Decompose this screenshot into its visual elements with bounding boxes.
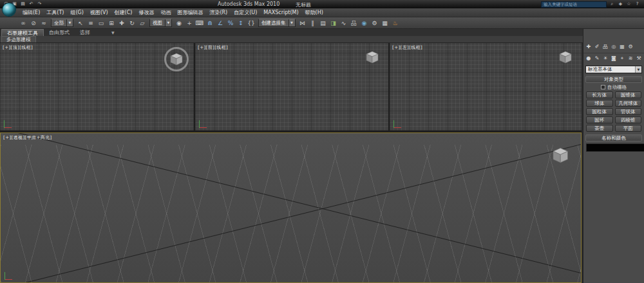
tab-graphite-modeling-tools[interactable]: 石墨建模工具 [1, 29, 44, 36]
cameras-category-icon[interactable]: ◙ [610, 55, 618, 62]
select-and-scale-icon[interactable]: ▱ [137, 18, 147, 28]
geometry-category-icon[interactable]: ● [585, 55, 592, 62]
subcategory-dropdown[interactable]: 标准基本体 ▼ [585, 66, 642, 73]
select-by-name-icon[interactable]: ≡ [86, 18, 96, 28]
application-window: ▢▣▤↶↷ Autodesk 3ds Max 2010 无标题 ⌕◈☆? 编辑(… [0, 0, 644, 283]
menu-item[interactable]: 动画 [157, 8, 174, 17]
undo-icon[interactable]: ↶ [28, 1, 35, 8]
menu-item[interactable]: MAXScript(M) [260, 8, 301, 17]
menu-item[interactable]: 图形编辑器 [174, 8, 206, 17]
curve-editor-icon[interactable]: ∿ [339, 18, 349, 28]
menu-item[interactable]: 创建(C) [111, 8, 136, 17]
angle-snap-icon[interactable]: ∠ [215, 18, 225, 28]
use-pivot-point-center-icon[interactable]: ◉ [174, 18, 184, 28]
viewport-top-label[interactable]: [+][顶][线框] [3, 44, 33, 51]
object-type-button[interactable]: 几何球体 [615, 100, 642, 107]
selection-filter-dropdown[interactable]: 全部 ▼ [51, 19, 73, 27]
reference-coordinate-dropdown[interactable]: 视图 ▼ [149, 19, 172, 27]
shapes-category-icon[interactable]: ✎ [593, 55, 601, 62]
object-type-button[interactable]: 圆锥体 [615, 91, 642, 98]
menu-item[interactable]: 组(G) [67, 8, 86, 17]
lights-category-icon[interactable]: ☀ [601, 55, 609, 62]
object-type-button[interactable]: 四棱锥 [615, 116, 642, 123]
named-selection-set-dropdown[interactable]: 创建选择集 ▼ [258, 19, 296, 27]
viewport-top[interactable]: [+][顶][线框] [0, 43, 194, 131]
object-type-button[interactable]: 球体 [586, 100, 613, 107]
select-and-manipulate-icon[interactable]: + [184, 18, 194, 28]
material-editor-icon[interactable]: ◉ [359, 18, 370, 28]
infocenter-search-input[interactable] [541, 1, 607, 8]
menu-item[interactable]: 修改器 [135, 8, 157, 17]
ribbon-minimize-icon[interactable]: ▼ [108, 29, 118, 36]
window-crossing-icon[interactable]: ⊞ [106, 18, 117, 28]
viewport-perspective[interactable]: [+][透视][平滑+高光] [0, 132, 582, 283]
edit-named-selection-sets-icon[interactable]: {} [246, 18, 256, 28]
snap-toggle-3d-icon[interactable]: ⋒ [205, 18, 215, 28]
object-type-button[interactable]: 长方体 [586, 91, 613, 98]
menu-item[interactable]: 视图(V) [87, 8, 111, 17]
object-type-button[interactable]: 平面 [615, 125, 642, 132]
select-object-icon[interactable]: ↖ [75, 18, 86, 28]
render-setup-icon[interactable]: ⚙ [370, 18, 380, 28]
motion-tab-icon[interactable]: ◎ [610, 43, 618, 51]
keyboard-override-icon[interactable]: ⌨ [194, 18, 205, 28]
viewport-left[interactable]: [+][左][线框] [390, 43, 582, 131]
create-tab-icon[interactable]: ✚ [585, 43, 592, 51]
align-icon[interactable]: ∥ [308, 18, 318, 28]
unlink-selection-icon[interactable]: ⊘ [28, 18, 39, 28]
menu-item[interactable]: 渲染(R) [206, 8, 231, 17]
mirror-icon[interactable]: ⋈ [298, 18, 308, 28]
viewcube-icon[interactable] [365, 51, 379, 64]
spinner-snap-icon[interactable]: ↕ [236, 18, 246, 28]
autogrid-checkbox[interactable] [601, 85, 605, 89]
menu-item[interactable]: 自定义(U) [231, 8, 260, 17]
menu-item[interactable]: 帮助(H) [302, 8, 327, 17]
viewport-perspective-label[interactable]: [+][透视][平滑+高光] [3, 134, 52, 141]
object-type-button[interactable]: 茶壶 [586, 125, 613, 132]
viewport-front-label[interactable]: [+][前][线框] [198, 44, 228, 51]
menu-item[interactable]: 工具(T) [43, 8, 67, 17]
graphite-ribbon-toggle-icon[interactable]: ◨ [328, 18, 339, 28]
save-file-icon[interactable]: ▤ [19, 1, 26, 8]
favorites-star-icon[interactable]: ☆ [625, 1, 632, 8]
help-icon[interactable]: ? [634, 1, 641, 8]
systems-category-icon[interactable]: ⚒ [635, 55, 643, 62]
viewcube-icon[interactable] [169, 53, 184, 66]
layer-manager-icon[interactable]: ▤ [318, 18, 328, 28]
rollout-name-and-color[interactable]: 名称和颜色 [585, 134, 642, 142]
panel-tab-polygon-modeling[interactable]: 多边形建模 [1, 36, 36, 42]
quick-render-icon[interactable]: ♨ [390, 18, 401, 28]
bind-to-space-warp-icon[interactable]: ≈ [39, 18, 49, 28]
select-and-link-icon[interactable]: ∞ [18, 18, 28, 28]
viewport-left-label[interactable]: [+][左][线框] [392, 44, 422, 51]
tab-selection[interactable]: 选择 [75, 29, 95, 36]
rollout-object-type[interactable]: 对象类型 [585, 76, 642, 83]
space-warps-category-icon[interactable]: ≋ [627, 55, 634, 62]
redo-icon[interactable]: ↷ [36, 1, 43, 8]
select-and-move-icon[interactable]: ✚ [117, 18, 127, 28]
rectangular-selection-region-icon[interactable]: ▭ [96, 18, 106, 28]
search-icon[interactable]: ⌕ [609, 1, 616, 8]
select-and-rotate-icon[interactable]: ↻ [127, 18, 137, 28]
modify-tab-icon[interactable]: ✐ [593, 43, 601, 51]
tab-freeform[interactable]: 自由形式 [44, 29, 75, 36]
viewcube-icon[interactable] [558, 51, 573, 64]
object-name-field[interactable] [586, 143, 644, 152]
viewcube-icon[interactable] [552, 147, 570, 163]
utilities-tab-icon[interactable]: ⚙ [627, 43, 634, 51]
object-type-button[interactable]: 圆环 [586, 116, 613, 123]
viewcube-compass-ring[interactable] [164, 47, 189, 71]
object-type-button[interactable]: 圆柱体 [586, 108, 613, 115]
communication-center-icon[interactable]: ◈ [617, 1, 624, 8]
object-type-button[interactable]: 管状体 [615, 108, 642, 115]
application-menu-button[interactable] [2, 3, 16, 17]
rendered-frame-window-icon[interactable]: ▦ [380, 18, 390, 28]
viewport-front[interactable]: [+][前][线框] [195, 43, 388, 131]
display-tab-icon[interactable]: ▦ [618, 43, 626, 51]
schematic-view-icon[interactable]: 品 [349, 18, 359, 28]
menu-item[interactable]: 编辑(E) [19, 8, 43, 17]
percent-snap-icon[interactable]: % [225, 18, 236, 28]
hierarchy-tab-icon[interactable]: 品 [601, 43, 609, 51]
helpers-category-icon[interactable]: ⌖ [618, 55, 626, 62]
infocenter: ⌕◈☆? [541, 1, 641, 8]
